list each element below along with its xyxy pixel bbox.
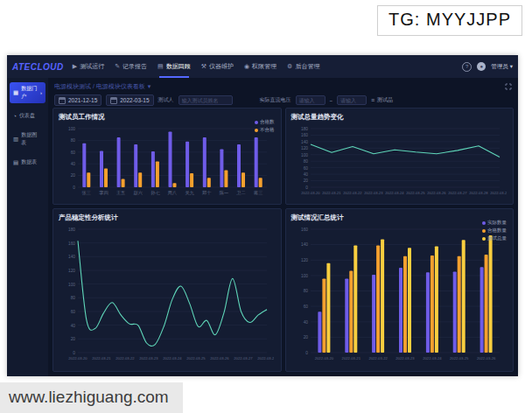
calendar-icon: [110, 97, 117, 104]
chart-legend: 合格数不合格: [255, 119, 275, 133]
end-date-picker[interactable]: 2022-03-15: [106, 94, 153, 106]
permission-icon: ◉: [244, 63, 249, 70]
svg-text:40: 40: [71, 162, 76, 166]
svg-text:120: 120: [300, 258, 307, 262]
svg-text:2022-03-23: 2022-03-23: [396, 356, 415, 360]
svg-text:100: 100: [68, 127, 75, 131]
breadcrumb[interactable]: 电源模块测试 / 电源模块仪表看板 ▾: [54, 82, 150, 91]
tester-input[interactable]: [178, 95, 233, 105]
svg-text:40: 40: [303, 172, 308, 177]
menu-item-label: 测试运行: [80, 62, 104, 71]
menu-item-label: 仪器维护: [209, 62, 234, 71]
instrument-maintain-icon: ⚒: [201, 63, 206, 70]
navbar-right: ? ● 管理员 ▾: [462, 55, 513, 78]
svg-text:王五: 王五: [116, 190, 125, 195]
svg-text:60: 60: [303, 304, 308, 309]
range-separator: ~: [330, 98, 333, 103]
voltage-label: 实际直流电压: [260, 96, 291, 104]
menu-item-6[interactable]: ⚙后台管理: [287, 55, 319, 78]
svg-text:2022-03-26: 2022-03-26: [427, 191, 446, 195]
chart-title: 测试总量趋势变化: [291, 113, 508, 122]
menu-item-label: 权限管理: [252, 62, 276, 71]
svg-text:2022-03-21: 2022-03-21: [341, 356, 360, 360]
svg-text:180: 180: [68, 228, 75, 232]
svg-text:120: 120: [68, 269, 75, 273]
line-chart-test-total-trend: 0204060801001201401601802022-03-202022-0…: [291, 123, 507, 197]
svg-text:80: 80: [303, 159, 308, 164]
svg-text:140: 140: [300, 242, 307, 247]
sidebar-item-3[interactable]: ▥数据图表: [10, 129, 46, 150]
svg-text:2022-03-27: 2022-03-27: [448, 191, 467, 195]
svg-text:2022-03-23: 2022-03-23: [139, 356, 158, 360]
sidebar-item-1[interactable]: ▦数据门户›: [10, 82, 46, 103]
svg-text:180: 180: [300, 127, 307, 131]
svg-text:2022-03-20: 2022-03-20: [314, 356, 333, 360]
filter-bar: 2021-12-15 2022-03-15 测试人 实际直流电压 ~ ≡ 测试品: [48, 94, 518, 107]
list-icon: ≡: [371, 97, 374, 103]
user-avatar-icon[interactable]: ●: [477, 62, 486, 71]
menu-item-label: 记录报告: [122, 62, 147, 71]
product-filter[interactable]: ≡ 测试品: [371, 96, 393, 104]
svg-text:60: 60: [71, 310, 76, 314]
voltage-max-input[interactable]: [337, 95, 367, 105]
svg-text:0: 0: [73, 351, 75, 355]
menu-item-label: 数据回顾: [166, 62, 191, 71]
svg-text:0: 0: [73, 186, 75, 190]
legend-label: 实际数量: [487, 220, 507, 226]
menu-item-2[interactable]: ✎记录报告: [115, 55, 147, 78]
svg-text:2022-03-22: 2022-03-22: [116, 356, 135, 360]
admin-gear-icon: ⚙: [287, 63, 292, 70]
legend-item[interactable]: 测试总量: [482, 235, 507, 242]
svg-text:2022-03-22: 2022-03-22: [368, 356, 388, 360]
svg-text:2022-03-23: 2022-03-23: [364, 191, 383, 195]
sidebar-item-2[interactable]: ◔仪表盘: [10, 109, 46, 122]
data-table-icon: ▤: [13, 159, 18, 166]
legend-item[interactable]: 实际数量: [482, 220, 507, 226]
menu-item-3[interactable]: ▤数据回顾: [158, 55, 191, 78]
menu-item-label: 后台管理: [295, 62, 319, 71]
svg-text:80: 80: [71, 138, 76, 143]
bar-chart-tester-workload: 020406080100张三李四王五赵六孙七周八吴九郑十陈一卫二蒋三: [59, 123, 274, 197]
user-menu[interactable]: 管理员 ▾: [491, 63, 513, 71]
svg-text:160: 160: [68, 242, 75, 246]
panel-tester-workload: 测试员工作情况 合格数不合格 020406080100张三李四王五赵六孙七周八吴…: [52, 108, 282, 205]
top-navbar: ATECLOUD ▶测试运行✎记录报告▤数据回顾⚒仪器维护◉权限管理⚙后台管理 …: [7, 55, 518, 78]
svg-text:2022-03-22: 2022-03-22: [343, 191, 362, 195]
svg-text:2022-03-25: 2022-03-25: [449, 356, 468, 360]
legend-item[interactable]: 合格数量: [482, 228, 507, 234]
menu-item-1[interactable]: ▶测试运行: [73, 55, 104, 78]
legend-dot-icon: [255, 129, 258, 132]
main-menu: ▶测试运行✎记录报告▤数据回顾⚒仪器维护◉权限管理⚙后台管理: [73, 55, 320, 78]
data-portal-icon: ▦: [13, 89, 18, 96]
voltage-min-input[interactable]: [296, 95, 326, 105]
svg-text:100: 100: [300, 274, 307, 278]
test-run-icon: ▶: [73, 63, 77, 70]
panel-test-total-trend: 测试总量趋势变化 0204060801001201401601802022-03…: [285, 108, 514, 205]
svg-text:140: 140: [300, 140, 307, 144]
fullscreen-icon[interactable]: [505, 83, 512, 90]
panel-product-stability: 产品稳定性分析统计 0204060801001201401601802022-0…: [52, 208, 282, 372]
sidebar-item-4[interactable]: ▤数据表: [10, 156, 46, 169]
svg-text:李四: 李四: [99, 190, 108, 195]
charts-grid: 测试员工作情况 合格数不合格 020406080100张三李四王五赵六孙七周八吴…: [48, 107, 518, 376]
menu-item-4[interactable]: ⚒仪器维护: [201, 55, 234, 78]
svg-text:160: 160: [300, 228, 307, 232]
dashboard-window: ATECLOUD ▶测试运行✎记录报告▤数据回顾⚒仪器维护◉权限管理⚙后台管理 …: [7, 55, 518, 376]
legend-item[interactable]: 不合格: [255, 127, 275, 133]
legend-label: 合格数量: [487, 228, 507, 234]
help-icon[interactable]: ?: [462, 62, 472, 72]
menu-item-5[interactable]: ◉权限管理: [244, 55, 276, 78]
chevron-right-icon: ›: [40, 90, 42, 95]
start-date-picker[interactable]: 2021-12-15: [54, 94, 102, 106]
legend-label: 不合格: [260, 127, 275, 133]
main-content: 电源模块测试 / 电源模块仪表看板 ▾ 2021-12-15: [48, 78, 518, 376]
calendar-icon: [59, 97, 66, 104]
svg-text:卫二: 卫二: [236, 190, 245, 195]
legend-item[interactable]: 合格数: [255, 119, 275, 125]
svg-text:120: 120: [300, 146, 307, 150]
svg-text:2022-03-28: 2022-03-28: [469, 191, 488, 195]
legend-dot-icon: [255, 121, 258, 124]
svg-text:蒋三: 蒋三: [254, 190, 262, 195]
atecloud-logo: ATECLOUD: [12, 55, 64, 78]
svg-text:20: 20: [303, 335, 308, 340]
